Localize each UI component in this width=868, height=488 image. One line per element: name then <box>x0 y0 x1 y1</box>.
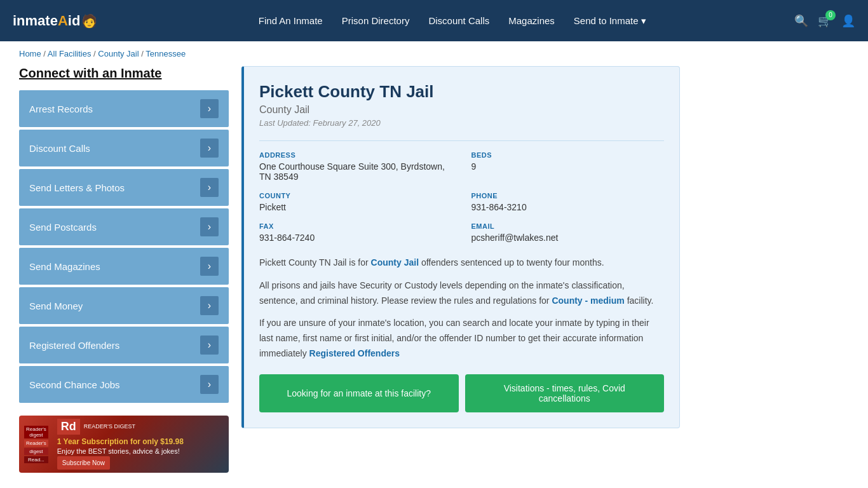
phone-section: PHONE 931-864-3210 <box>471 192 665 212</box>
breadcrumb-tennessee[interactable]: Tennessee <box>146 49 186 58</box>
arrow-icon: › <box>200 217 219 236</box>
county-section: COUNTY Pickett <box>259 192 452 212</box>
beds-section: BEDS 9 <box>471 151 665 182</box>
header-icons: 🔍 🛒 0 👤 <box>794 14 855 28</box>
logo[interactable]: inmate A id 🧑 <box>13 13 97 29</box>
sidebar-item-registered-offenders[interactable]: Registered Offenders › <box>19 327 229 363</box>
arrow-icon: › <box>200 178 219 197</box>
ad-subscribe-button[interactable]: Subscribe Now <box>57 456 110 470</box>
ad-logo-small: Reader's digest <box>24 426 48 438</box>
facility-description: Pickett County TN Jail is for County Jai… <box>259 255 664 362</box>
sidebar-item-send-postcards[interactable]: Send Postcards › <box>19 208 229 245</box>
nav-magazines[interactable]: Magazines <box>508 15 555 27</box>
nav-discount-calls[interactable]: Discount Calls <box>428 15 489 27</box>
facility-updated: Last Updated: February 27, 2020 <box>259 118 664 128</box>
facility-name: Pickett County TN Jail <box>259 82 664 102</box>
user-icon[interactable]: 👤 <box>841 14 855 28</box>
cart-badge: 0 <box>825 10 836 20</box>
breadcrumb-all-facilities[interactable]: All Facilities <box>48 49 92 58</box>
visitations-button[interactable]: Visitations - times, rules, Covid cancel… <box>465 374 665 412</box>
sidebar-item-arrest-records[interactable]: Arrest Records › <box>19 90 229 127</box>
sidebar: Connect with an Inmate Arrest Records › … <box>19 66 229 473</box>
facility-info-grid: ADDRESS One Courthouse Square Suite 300,… <box>259 140 664 243</box>
main-nav: Find An Inmate Prison Directory Discount… <box>129 15 775 27</box>
sidebar-item-send-money[interactable]: Send Money › <box>19 287 229 324</box>
chevron-down-icon: ▾ <box>641 15 646 27</box>
arrow-icon: › <box>200 296 219 315</box>
fax-section: FAX 931-864-7240 <box>259 222 452 243</box>
arrow-icon: › <box>200 336 219 355</box>
county-medium-link[interactable]: County - medium <box>552 295 624 306</box>
facility-type: County Jail <box>259 104 664 116</box>
breadcrumb: Home / All Facilities / County Jail / Te… <box>0 41 868 66</box>
email-section: EMAIL pcsheriff@twlakes.net <box>471 222 665 243</box>
nav-find-inmate[interactable]: Find An Inmate <box>259 15 323 27</box>
nav-prison-directory[interactable]: Prison Directory <box>342 15 410 27</box>
ad-logo-rd: Rd <box>57 419 80 435</box>
sidebar-item-discount-calls[interactable]: Discount Calls › <box>19 130 229 166</box>
arrow-icon: › <box>200 375 219 394</box>
arrow-icon: › <box>200 99 219 118</box>
header: inmate A id 🧑 Find An Inmate Prison Dire… <box>0 0 868 41</box>
ad-tagline: Enjoy the BEST stories, advice & jokes! <box>57 447 221 455</box>
facility-card: Pickett County TN Jail County Jail Last … <box>241 66 680 428</box>
sidebar-item-send-letters[interactable]: Send Letters & Photos › <box>19 169 229 206</box>
arrow-icon: › <box>200 257 219 276</box>
sidebar-title: Connect with an Inmate <box>19 66 229 81</box>
facility-content: Pickett County TN Jail County Jail Last … <box>241 66 680 473</box>
cart-icon[interactable]: 🛒 0 <box>818 14 832 28</box>
nav-send-to-inmate[interactable]: Send to Inmate ▾ <box>574 15 646 27</box>
ad-text-content: Rd READER'S DIGEST 1 Year Subscription f… <box>55 416 224 472</box>
sidebar-item-second-chance-jobs[interactable]: Second Chance Jobs › <box>19 366 229 403</box>
main-container: Connect with an Inmate Arrest Records › … <box>0 66 699 488</box>
breadcrumb-county-jail[interactable]: County Jail <box>98 49 139 58</box>
ad-promo-text: 1 Year Subscription for only $19.98 <box>57 437 221 446</box>
address-section: ADDRESS One Courthouse Square Suite 300,… <box>259 151 452 182</box>
action-buttons: Looking for an inmate at this facility? … <box>259 374 664 412</box>
arrow-icon: › <box>200 139 219 158</box>
registered-offenders-link[interactable]: Registered Offenders <box>309 348 400 358</box>
breadcrumb-home[interactable]: Home <box>19 49 41 58</box>
search-icon[interactable]: 🔍 <box>794 14 808 28</box>
ad-banner: Reader's digest Reader's digest Read... … <box>19 416 229 473</box>
sidebar-item-send-magazines[interactable]: Send Magazines › <box>19 248 229 285</box>
county-jail-link[interactable]: County Jail <box>371 257 419 268</box>
find-inmate-button[interactable]: Looking for an inmate at this facility? <box>259 374 459 412</box>
